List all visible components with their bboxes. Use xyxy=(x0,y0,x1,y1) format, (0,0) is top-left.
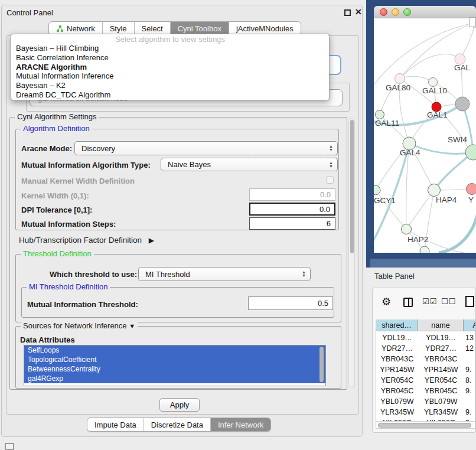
table-row[interactable]: YBL079W YBL079W xyxy=(376,396,475,407)
tab-jactivemnodules[interactable]: jActiveMNodules xyxy=(229,22,301,35)
network-node[interactable] xyxy=(395,74,405,84)
column-header-shared[interactable]: shared… xyxy=(376,319,418,331)
mi-algorithm-type-combo[interactable]: Naive Bayes ▲▼ xyxy=(161,158,338,171)
tab-network[interactable]: Network xyxy=(49,22,103,35)
network-node[interactable] xyxy=(374,185,380,195)
dropdown-item[interactable]: Bayesian – K2 xyxy=(11,81,329,90)
algorithm-definition-title: Algorithm Definition xyxy=(21,125,92,133)
table-row[interactable]: YLR345W YLR345W 9. xyxy=(376,407,475,418)
table-panel-title: Table Panel xyxy=(374,272,415,281)
close-button[interactable] xyxy=(380,8,387,16)
collapsed-panel-stub[interactable] xyxy=(5,443,14,450)
dropdown-item[interactable]: Bayesian – Hill Climbing xyxy=(11,44,329,53)
cell: YDL19… xyxy=(376,332,418,343)
node-label: GAL4 xyxy=(400,148,420,157)
network-node[interactable] xyxy=(455,97,470,111)
network-window-bottom-edge xyxy=(370,259,476,268)
cell: 13 xyxy=(464,332,475,343)
dpi-tolerance-field[interactable]: 0.0 xyxy=(249,203,335,216)
float-window-icon[interactable] xyxy=(344,9,351,16)
hub-definition-toggle[interactable]: Hub/Transcription Factor Definition ▶ xyxy=(19,236,154,244)
window-title: Control Panel xyxy=(6,8,53,17)
select-all-checked-icon[interactable]: ☑☑ xyxy=(422,297,437,306)
table-row[interactable]: YER054C YER054C 8. xyxy=(376,375,475,386)
dropdown-item[interactable]: Dream8 DC_TDC Algorithm xyxy=(11,90,329,100)
canvas-scrollbar-fragment[interactable] xyxy=(469,17,476,27)
node-label: HAP2 xyxy=(407,235,428,244)
table-row[interactable]: YDR27… YDR27… 12 xyxy=(376,343,475,354)
cell: YPR145W xyxy=(418,364,464,375)
table-row[interactable]: YBR045C YBR045C 9. xyxy=(376,386,475,396)
cell: YBR043C xyxy=(376,354,418,364)
attributes-scrollbar-thumb[interactable] xyxy=(319,347,324,382)
new-document-icon[interactable] xyxy=(465,296,474,307)
zoom-button[interactable] xyxy=(403,8,411,16)
tab-select[interactable]: Select xyxy=(135,22,171,35)
cell xyxy=(464,396,475,407)
table-hscrollbar[interactable] xyxy=(376,421,475,429)
network-node[interactable] xyxy=(428,184,441,197)
mi-threshold-field[interactable]: 0.5 xyxy=(248,296,333,310)
cell: YLR345W xyxy=(418,407,464,418)
table-row[interactable]: YPR145W YPR145W 9. xyxy=(376,364,475,375)
mi-algorithm-type-value: Naive Bayes xyxy=(168,160,211,169)
network-canvas[interactable]: GAL GAL80 GAL10 GAL1 GAL11 GAL4 SWI4 GCY… xyxy=(374,18,476,253)
cell: YER054C xyxy=(418,375,464,386)
manual-kernel-width-label: Manual Kernel Width Definition xyxy=(21,177,135,185)
settings-scrollbar-thumb[interactable] xyxy=(350,120,354,253)
tab-infer-network[interactable]: Infer Network xyxy=(211,418,270,431)
node-label: GAL1 xyxy=(427,110,448,119)
attribute-item[interactable]: BetweennessCentrality xyxy=(24,364,325,374)
tab-style[interactable]: Style xyxy=(103,22,135,35)
mi-threshold-label: Mutual Information Threshold: xyxy=(27,300,138,309)
tab-label: Style xyxy=(110,24,127,33)
sources-title: Sources for Network Inference ▼ xyxy=(21,322,138,330)
aracne-mode-label: Aracne Mode: xyxy=(21,144,72,153)
aracne-mode-combo[interactable]: Discovery ▲▼ xyxy=(74,141,338,155)
manual-kernel-width-checkbox[interactable] xyxy=(326,176,334,184)
table-row[interactable]: YBR043C YBR043C xyxy=(376,354,475,364)
cell: YBL079W xyxy=(418,396,464,407)
attribute-item[interactable]: TopologicalCoefficient xyxy=(24,355,325,364)
dropdown-item[interactable]: Basic Correlation Inference xyxy=(11,53,329,63)
network-node[interactable] xyxy=(376,110,384,119)
network-node[interactable] xyxy=(429,78,438,87)
table-row[interactable]: YDL19… YDL19… 13 xyxy=(376,332,475,343)
mi-algorithm-type-label: Mutual Information Algorithm Type: xyxy=(21,161,151,169)
tab-discretize-data[interactable]: Discretize Data xyxy=(144,418,211,431)
minimize-button[interactable] xyxy=(392,8,399,16)
sources-title-text: Sources for Network Inference xyxy=(23,321,127,330)
node-label: Y xyxy=(468,195,474,204)
table-hscrollbar-thumb[interactable] xyxy=(378,423,471,428)
dropdown-item-selected[interactable]: ARACNE Algorithm xyxy=(11,63,329,72)
attribute-item[interactable]: gal4RGexp xyxy=(24,374,325,383)
network-node[interactable] xyxy=(402,224,412,234)
settings-scrollbar[interactable] xyxy=(348,118,355,387)
tab-cyni-toolbox[interactable]: Cyni Toolbox xyxy=(171,22,229,35)
kernel-width-label: Kernel Width (0,1): xyxy=(21,191,89,200)
mi-steps-field[interactable]: 6 xyxy=(249,217,335,230)
dpi-tolerance-label: DPI Tolerance [0,1]: xyxy=(21,206,92,214)
column-header-name[interactable]: name xyxy=(418,319,464,331)
collapse-arrow-icon[interactable]: ▼ xyxy=(129,322,135,330)
apply-button[interactable]: Apply xyxy=(159,398,200,412)
split-columns-icon[interactable] xyxy=(403,298,413,307)
node-label: GAL11 xyxy=(375,119,399,128)
expand-arrow-icon: ▶ xyxy=(149,236,154,244)
spinner-arrows-icon: ▲▼ xyxy=(302,270,306,278)
close-icon[interactable]: ✕ xyxy=(355,7,362,17)
dropdown-item[interactable]: Mutual Information Inference xyxy=(11,71,329,81)
network-node[interactable] xyxy=(467,184,476,195)
tab-impute-data[interactable]: Impute Data xyxy=(87,418,144,431)
hub-definition-label: Hub/Transcription Factor Definition xyxy=(19,236,142,244)
kernel-width-field[interactable]: 0.0 xyxy=(249,188,335,201)
cell: YBR043C xyxy=(418,354,464,364)
column-header-attr[interactable]: A xyxy=(464,319,476,331)
attribute-item[interactable]: SelfLoops xyxy=(24,345,325,355)
settings-gear-icon[interactable]: ⚙ xyxy=(382,296,391,307)
network-node[interactable] xyxy=(420,246,429,253)
spinner-arrows-icon: ▲▼ xyxy=(329,145,333,152)
select-none-unchecked-icon[interactable]: ☐☐ xyxy=(441,297,456,306)
which-threshold-combo[interactable]: MI Threshold ▲▼ xyxy=(138,267,311,281)
network-icon xyxy=(56,25,64,32)
